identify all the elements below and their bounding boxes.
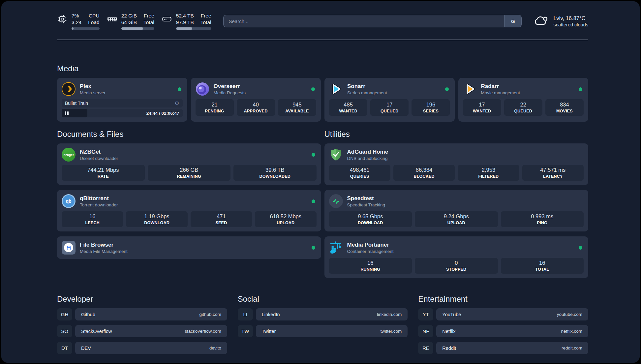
bookmark-name: Twitter <box>262 329 381 334</box>
stat-approved: 40 APPROVED <box>237 99 275 116</box>
app-name: Speedtest <box>347 195 584 202</box>
app-card-filebrowser[interactable]: File Browser Media File Management <box>57 236 321 259</box>
bookmark-github[interactable]: GH Github github.com <box>57 308 227 320</box>
app-card-portainer[interactable]: Media Portainer Container management 16 … <box>324 236 589 278</box>
cpu-icon <box>57 14 68 24</box>
stat-running: 16 RUNNING <box>329 258 412 274</box>
bookmark-url: youtube.com <box>557 312 582 317</box>
app-card-nzbget[interactable]: nzbget NZBGet Usenet downloader 744.21 M… <box>57 143 321 185</box>
app-subtitle: Torrent downloader <box>80 202 307 207</box>
app-card-plex[interactable]: Plex Media server Bullet Train ⚙ 24:44 /… <box>57 78 187 122</box>
now-playing-title: Bullet Train <box>65 101 175 106</box>
search-input[interactable] <box>224 15 504 27</box>
cpu-usage-value: 7% <box>72 13 81 19</box>
bookmark-abbr: YT <box>418 308 433 320</box>
pause-icon <box>65 111 66 115</box>
stat-wanted: 485 WANTED <box>329 99 367 116</box>
resource-memory: 22 GiB 64 GiB Free Total <box>107 13 154 30</box>
bookmark-youtube[interactable]: YT YouTube youtube.com <box>418 308 588 320</box>
status-dot-online <box>312 246 315 250</box>
app-subtitle: Media Requests <box>214 90 307 95</box>
app-subtitle: Media server <box>80 90 173 95</box>
bookmark-dev[interactable]: DT DEV dev.to <box>57 342 227 354</box>
app-name: File Browser <box>80 242 307 248</box>
status-dot-online <box>311 87 315 91</box>
app-subtitle: DNS and adblocking <box>347 156 584 161</box>
app-subtitle: Series management <box>347 90 441 95</box>
app-subtitle: Usenet downloader <box>80 156 307 161</box>
bookmark-twitter[interactable]: TW Twitter twitter.com <box>238 325 408 337</box>
bookmark-group-entertainment: Entertainment YT YouTube youtube.com NF … <box>418 294 588 354</box>
bookmark-name: DEV <box>81 346 209 351</box>
memory-free-value: 22 GiB <box>121 13 137 19</box>
app-card-qbittorrent[interactable]: qb qBittorrent Torrent downloader 16 LEE… <box>57 190 321 231</box>
resource-disk: 52.4 TB 97.9 TB Free Total <box>162 13 211 30</box>
app-card-speedtest[interactable]: Speedtest Speedtest Tracking 9.65 Gbps D… <box>324 190 589 231</box>
bookmark-stackoverflow[interactable]: SO StackOverflow stackoverflow.com <box>57 325 227 337</box>
stat-downloaded: 39.6 TB DOWNLOADED <box>233 165 317 181</box>
gear-icon[interactable]: ⚙ <box>175 100 179 106</box>
overseerr-icon <box>196 82 209 96</box>
section-title-developer: Developer <box>57 294 227 304</box>
bookmark-name: YouTube <box>442 312 557 317</box>
app-card-overseerr[interactable]: Overseerr Media Requests 21 PENDING 40 A… <box>191 78 321 122</box>
stat-download: 1.19 Gbps DOWNLOAD <box>126 211 187 227</box>
app-card-radarr[interactable]: Radarr Movie management 17 WANTED 22 QUE… <box>458 78 589 122</box>
app-subtitle: Container management <box>347 249 575 254</box>
weather-location-temp: Lviv, 16.87°C <box>553 15 588 21</box>
stat-seed: 471 SEED <box>191 211 252 227</box>
search-engine-button[interactable]: G <box>504 15 521 27</box>
stat-rate: 744.21 Mbps RATE <box>62 165 145 181</box>
section-title-media: Media <box>57 64 588 73</box>
stat-total: 16 TOTAL <box>501 258 584 274</box>
disk-free-label: Free <box>201 13 211 19</box>
bookmark-name: Github <box>81 312 199 317</box>
now-playing-row: Bullet Train ⚙ <box>62 99 183 107</box>
stat-queued: 22 QUEUED <box>504 99 542 116</box>
app-name: Plex <box>80 83 173 90</box>
section-title-entertainment: Entertainment <box>418 294 588 304</box>
stat-ping: 0.993 ms PING <box>501 211 584 227</box>
bookmark-url: linkedin.com <box>377 312 402 317</box>
bookmark-name: Netflix <box>442 329 561 334</box>
bookmark-linkedin[interactable]: LI LinkedIn linkedin.com <box>238 308 408 320</box>
bookmark-abbr: DT <box>57 342 72 354</box>
disk-icon <box>162 14 172 24</box>
app-name: qBittorrent <box>80 195 307 202</box>
status-dot-online <box>312 153 315 157</box>
stat-upload: 9.24 Gbps UPLOAD <box>415 211 498 227</box>
bookmark-url: stackoverflow.com <box>185 329 221 334</box>
app-name: Radarr <box>481 83 575 90</box>
app-card-adguard[interactable]: AdGuard Home DNS and adblocking 498,461 … <box>324 143 589 185</box>
pause-button[interactable] <box>62 109 87 117</box>
bookmark-url: twitter.com <box>381 329 402 334</box>
cpu-progress-fill <box>72 27 74 30</box>
search-bar: G <box>223 15 522 27</box>
bookmark-url: dev.to <box>209 346 221 350</box>
stat-queries: 498,461 QUERIES <box>329 165 390 181</box>
bookmark-name: LinkedIn <box>262 312 377 317</box>
disk-free-value: 52.4 TB <box>176 13 194 19</box>
plex-icon <box>62 82 76 96</box>
memory-free-label: Free <box>144 13 154 19</box>
dashboard-page: 7% 3.24 CPU Load <box>1 1 640 363</box>
plex-now-playing: Bullet Train ⚙ 24:44 / 02:06:47 <box>62 99 183 117</box>
section-utilities: Utilities <box>324 130 589 278</box>
disk-progress-bar <box>176 27 211 30</box>
app-subtitle: Media File Management <box>80 249 307 254</box>
bookmark-abbr: LI <box>238 308 253 320</box>
stat-download: 9.65 Gbps DOWNLOAD <box>329 211 412 227</box>
app-card-sonarr[interactable]: Sonarr Series management 485 WANTED 17 Q… <box>324 78 455 122</box>
app-subtitle: Movie management <box>481 90 575 95</box>
stat-series: 196 SERIES <box>412 99 450 116</box>
status-dot-online <box>579 246 582 250</box>
portainer-icon <box>329 241 343 255</box>
resource-cpu: 7% 3.24 CPU Load <box>57 13 100 30</box>
bookmark-netflix[interactable]: NF Netflix netflix.com <box>418 325 588 337</box>
stat-filtered: 2,953 FILTERED <box>458 165 519 181</box>
bookmark-reddit[interactable]: RE Reddit reddit.com <box>418 342 588 354</box>
disk-progress-fill <box>176 27 192 30</box>
adguard-icon <box>329 148 343 162</box>
filebrowser-icon <box>62 241 76 255</box>
sonarr-icon <box>329 82 343 96</box>
